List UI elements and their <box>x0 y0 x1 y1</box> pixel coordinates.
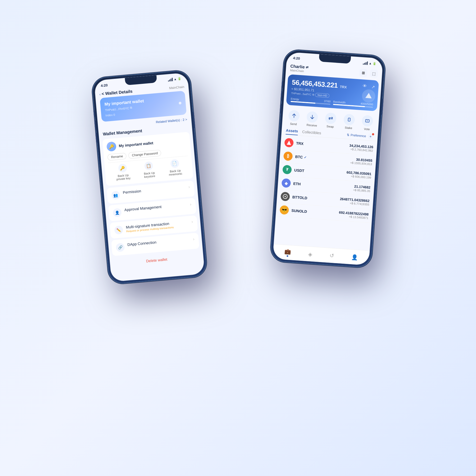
add-asset-button[interactable]: + <box>368 133 374 139</box>
stake-button[interactable]: Stake <box>343 114 355 130</box>
battery-icon-left: 🔋 <box>177 77 181 81</box>
permission-icon: 👥 <box>111 191 120 200</box>
eth-name: ETH <box>293 181 301 186</box>
trx-amounts: 34,234,453.126 ≈$ 2,760,842,982 <box>349 143 373 152</box>
svg-marker-0 <box>365 93 372 98</box>
vol-up-button <box>94 120 96 130</box>
usdt-name: USDT <box>294 168 304 173</box>
multisig-icon: ✏️ <box>114 226 123 235</box>
btc-amounts: 30.810455 ≈$ 1555,934,813 <box>350 157 372 166</box>
left-screen-content: ‹ < Wallet Details MainChain My importan… <box>95 82 205 282</box>
wifi-icon-left: ▲ <box>174 77 177 81</box>
dapp-icon: 🔗 <box>116 243 125 252</box>
right-vol-down <box>280 104 281 113</box>
vote-button[interactable]: Vote <box>361 115 373 131</box>
approval-text: Approval Management <box>124 202 187 212</box>
sort-icon: ⇅ <box>347 133 350 137</box>
silent-button <box>93 110 95 117</box>
multisig-text: Multi-signature transaction Request or p… <box>126 220 189 233</box>
status-icons-left: ▲ 🔋 <box>168 77 182 81</box>
chevron-right-icon-4: › <box>193 237 195 241</box>
btc-name: BTC ✓ <box>295 154 307 159</box>
sunold-amounts: 692.418878222498 ≈$ 13.5483871 <box>339 210 369 219</box>
right-phone: 4:20 ▲ 🔋 Charlie <box>271 50 386 268</box>
send-icon <box>288 110 300 122</box>
backup-keystore[interactable]: 📋 Back Up keystore <box>143 161 155 178</box>
history-nav-icon: ↺ <box>329 252 334 259</box>
scan-button[interactable]: ⊞ <box>359 69 368 77</box>
page-title: < Wallet Details <box>101 89 132 96</box>
wifi-icon-right: ▲ <box>369 62 372 65</box>
change-password-button[interactable]: Change Password <box>128 150 162 159</box>
chain-label-left: MainChain <box>169 85 184 90</box>
bttold-logo <box>280 192 290 201</box>
backup-mnemonic[interactable]: 📄 Back Up mnemonic <box>168 159 182 176</box>
dapp-text: DApp Connection <box>127 237 190 247</box>
private-key-icon: 🔑 <box>118 163 127 173</box>
right-screen: 4:20 ▲ 🔋 Charlie <box>273 52 383 265</box>
keystore-icon: 📋 <box>144 161 153 171</box>
left-screen: 4:20 ▲ 🔋 ‹ <box>94 72 205 282</box>
nav-profile[interactable]: 👤 <box>351 254 358 261</box>
bttold-name: BTTOLD <box>292 195 307 200</box>
user-info: Charlie ⇄ MainChain <box>290 64 309 73</box>
right-power-container <box>381 99 383 115</box>
preference-button[interactable]: ⇅ Preference <box>347 133 366 138</box>
collectibles-nav-icon: ◈ <box>308 251 313 257</box>
expand-icon[interactable]: ↗ <box>371 84 375 90</box>
balance-currency: TRX <box>340 85 347 89</box>
usdt-amounts: 602,786.035091 ≈$ 606,000.199 <box>346 170 372 179</box>
swap-icon <box>325 112 337 124</box>
non-hd-badge: Non-HD <box>315 93 329 98</box>
vol-down-button <box>95 133 97 143</box>
swap-button[interactable]: Swap <box>324 112 337 129</box>
nav-history[interactable]: ↺ <box>329 252 334 259</box>
right-screen-content: Charlie ⇄ MainChain ⊞ ⬚ 56,456,453.221 T… <box>273 61 382 266</box>
usdt-logo: ₮ <box>282 165 292 174</box>
receive-icon <box>306 111 318 123</box>
time-right: 4:20 <box>293 56 300 60</box>
left-phone: 4:20 ▲ 🔋 ‹ <box>92 70 207 284</box>
power-button <box>193 112 195 128</box>
backup-row: 🔑 Back Up private key 📋 Back Up keystore… <box>108 156 189 182</box>
vote-icon <box>361 115 373 127</box>
trx-logo <box>284 138 294 147</box>
signal-bar-3 <box>171 79 172 81</box>
mnemonic-icon: 📄 <box>170 159 179 168</box>
signal-bar-1 <box>168 80 169 81</box>
right-silent <box>281 81 283 88</box>
wallet-avatar: 🔑 <box>106 141 117 152</box>
btc-verified: ✓ <box>304 155 306 159</box>
chevron-right-icon-3: › <box>191 219 193 224</box>
right-phone-volume <box>280 81 283 113</box>
btc-logo: ₿ <box>283 151 293 161</box>
switch-icon[interactable]: ⇄ <box>306 65 309 69</box>
send-button[interactable]: Send <box>288 110 300 126</box>
eye-icon[interactable]: 👁 <box>363 84 367 89</box>
time-left: 4:20 <box>100 83 108 88</box>
rename-button[interactable]: Rename <box>107 153 127 161</box>
asset-list: TRX 34,234,453.126 ≈$ 2,760,842,982 ₿ BT… <box>276 134 377 224</box>
battery-icon-right: 🔋 <box>373 62 377 65</box>
backup-private-key[interactable]: 🔑 Back Up private key <box>115 163 130 181</box>
bttold-amounts: 2648771.04328662 ≈$ 6.77419355 <box>340 197 370 206</box>
tab-assets[interactable]: Assets <box>286 127 298 135</box>
permission-text: Permission <box>123 185 185 195</box>
nav-collectibles[interactable]: ◈ <box>308 251 313 257</box>
right-power <box>381 99 383 115</box>
qr-button[interactable]: ⬚ <box>370 69 378 78</box>
energy-item: Energy 37/60 <box>291 97 331 105</box>
header-icons: ⊞ ⬚ <box>359 69 378 78</box>
stake-icon <box>343 114 355 126</box>
svg-rect-1 <box>348 118 350 121</box>
assets-nav-icon: 💼 <box>284 248 291 255</box>
sunold-logo: 😎 <box>280 205 289 215</box>
receive-button[interactable]: Receive <box>306 111 318 127</box>
right-vol-up <box>281 91 282 101</box>
bottom-nav: 💼 ◈ ↺ 👤 <box>273 244 370 265</box>
tab-collectibles[interactable]: Collectibles <box>302 128 321 137</box>
copy-icon-right[interactable]: ⧉ <box>312 93 314 96</box>
chevron-right-icon-2: › <box>190 202 191 207</box>
nav-assets[interactable]: 💼 <box>284 248 291 257</box>
copy-icon[interactable]: ⧉ <box>130 106 132 110</box>
